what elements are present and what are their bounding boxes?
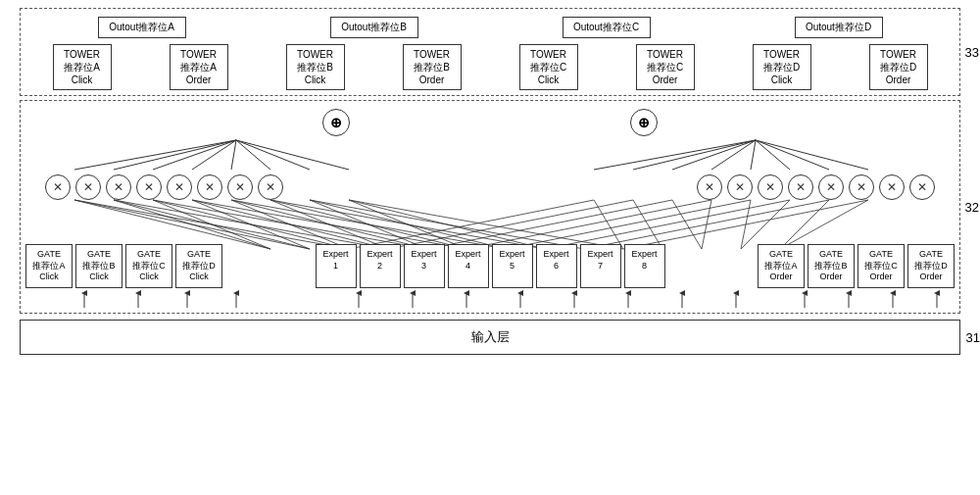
gate-c-order: GATE推荐位COrder <box>858 244 905 288</box>
svg-line-48 <box>594 200 623 249</box>
bottom-row: GATE推荐位AClick GATE推荐位BClick GATE推荐位CClic… <box>25 244 955 288</box>
tower-row: TOWER推荐位AClick TOWER推荐位AOrder TOWER推荐位BC… <box>25 44 955 90</box>
tower-d-order: TOWER推荐位DOrder <box>869 44 928 90</box>
svg-line-9 <box>633 140 756 170</box>
label-33: 33 <box>965 45 979 60</box>
expert-8: Expert8 <box>624 244 665 288</box>
output-d: Outout推荐位D <box>795 17 883 38</box>
svg-line-0 <box>74 140 236 170</box>
expert-1: Expert1 <box>316 244 357 288</box>
svg-line-49 <box>633 200 662 249</box>
xcircle-l7 <box>227 174 253 200</box>
expert-4: Expert4 <box>448 244 489 288</box>
expert-3: Expert3 <box>404 244 445 288</box>
svg-line-16 <box>74 200 270 249</box>
xcircle-l5 <box>167 174 192 200</box>
gate-a-click: GATE推荐位AClick <box>25 244 73 288</box>
experts-group: Expert1 Expert2 Expert3 Expert4 Expert5 … <box>225 244 755 288</box>
xcircle-r2 <box>727 174 753 200</box>
output-a: Outout推荐位A <box>98 17 186 38</box>
svg-line-51 <box>702 200 711 249</box>
gate-d-click: GATE推荐位DClick <box>175 244 222 288</box>
svg-line-45 <box>545 200 790 249</box>
label-31: 31 <box>966 330 980 345</box>
xcircle-r5 <box>818 174 844 200</box>
label-32: 32 <box>965 200 979 215</box>
xcircle-l6 <box>197 174 222 200</box>
output-c: Outout推荐位C <box>563 17 651 38</box>
layer-31: 输入层 31 <box>20 320 960 355</box>
layer-33: Outout推荐位A Outout推荐位B Outout推荐位C Outout推… <box>20 8 960 96</box>
xcircle-l2 <box>75 174 101 200</box>
left-gates: GATE推荐位AClick GATE推荐位BClick GATE推荐位CClic… <box>25 244 222 288</box>
upward-arrows-svg <box>25 288 955 308</box>
svg-line-54 <box>780 200 829 249</box>
svg-line-40 <box>349 200 594 249</box>
tower-a-click: TOWER推荐位AClick <box>53 44 112 90</box>
svg-line-43 <box>466 200 711 249</box>
input-layer-box: 输入层 <box>20 320 960 355</box>
svg-line-6 <box>236 140 310 170</box>
gate-c-click: GATE推荐位CClick <box>125 244 172 288</box>
expert-6: Expert6 <box>536 244 577 288</box>
svg-line-42 <box>427 200 672 249</box>
expert-5: Expert5 <box>492 244 533 288</box>
xcircle-r4 <box>788 174 813 200</box>
xcircle-l1 <box>45 174 71 200</box>
tower-b-click: TOWER推荐位BClick <box>286 44 345 90</box>
gate-b-click: GATE推荐位BClick <box>75 244 122 288</box>
gate-a-order: GATE推荐位AOrder <box>758 244 805 288</box>
svg-line-12 <box>751 140 756 170</box>
xcircle-r3 <box>758 174 783 200</box>
gate-d-order: GATE推荐位DOrder <box>907 244 955 288</box>
xcircle-r7 <box>879 174 905 200</box>
xcircle-r1 <box>697 174 722 200</box>
svg-line-50 <box>672 200 702 249</box>
svg-line-1 <box>114 140 236 170</box>
left-xcircles-group <box>45 174 283 200</box>
svg-line-52 <box>741 200 751 249</box>
tower-a-order: TOWER推荐位AOrder <box>170 44 228 90</box>
tower-c-click: TOWER推荐位CClick <box>519 44 578 90</box>
tower-c-order: TOWER推荐位COrder <box>636 44 695 90</box>
output-row: Outout推荐位A Outout推荐位B Outout推荐位C Outout推… <box>25 17 955 38</box>
right-gates: GATE推荐位AOrder GATE推荐位BOrder GATE推荐位COrde… <box>758 244 955 288</box>
tower-d-click: TOWER推荐位DClick <box>753 44 811 90</box>
svg-line-4 <box>231 140 236 170</box>
right-xcircles-group <box>697 174 935 200</box>
svg-line-10 <box>672 140 756 170</box>
svg-line-38 <box>349 200 545 249</box>
sum-node-left: ⊕ <box>322 109 350 136</box>
svg-line-2 <box>153 140 236 170</box>
xcircle-r6 <box>849 174 874 200</box>
output-b: Outout推荐位B <box>330 17 418 38</box>
xcircle-l4 <box>136 174 162 200</box>
gate-b-order: GATE推荐位BOrder <box>808 244 855 288</box>
svg-line-53 <box>741 200 790 249</box>
tower-b-order: TOWER推荐位BOrder <box>403 44 462 90</box>
svg-line-14 <box>756 140 829 170</box>
layer-32: ⊕ ⊕ <box>20 100 960 314</box>
xcircle-l8 <box>258 174 283 200</box>
svg-line-8 <box>594 140 756 170</box>
xcircle-r8 <box>909 174 935 200</box>
xcircle-l3 <box>106 174 131 200</box>
svg-line-44 <box>506 200 751 249</box>
sum-node-right: ⊕ <box>630 109 658 136</box>
svg-line-41 <box>388 200 633 249</box>
expert-2: Expert2 <box>360 244 401 288</box>
expert-7: Expert7 <box>580 244 621 288</box>
